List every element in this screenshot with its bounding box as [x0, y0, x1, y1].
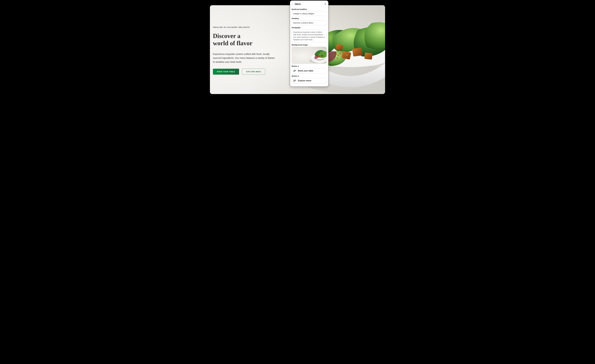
- bgimage-field-label: Background image: [292, 44, 327, 46]
- paragraph-textarea[interactable]: Experience exquisite cuisine crafted wit…: [292, 29, 327, 42]
- svg-point-20: [316, 56, 317, 57]
- button1-row[interactable]: Book your table: [292, 68, 327, 74]
- button1-field-label: Button 1: [292, 65, 327, 67]
- background-image-picker[interactable]: [292, 47, 327, 64]
- panel-title: Hero: [295, 2, 322, 6]
- explore-menu-button[interactable]: EXPLORE MENU: [242, 69, 265, 75]
- panel-header: Hero ✕: [292, 2, 327, 6]
- drag-handle-icon[interactable]: [292, 3, 293, 5]
- heading-input[interactable]: [292, 20, 327, 25]
- stage: INDULGE IN CULINARY DELIGHTS Discover a …: [208, 0, 387, 97]
- hero-heading-line1: Discover a: [213, 33, 241, 39]
- button1-value: Book your table: [298, 70, 313, 72]
- hero-content: INDULGE IN CULINARY DELIGHTS Discover a …: [213, 26, 280, 75]
- text-lines-icon: [293, 70, 296, 72]
- book-your-table-button[interactable]: BOOK YOUR TABLE: [213, 69, 239, 75]
- hero-heading: Discover a world of flavor: [213, 32, 280, 47]
- svg-point-22: [316, 57, 316, 58]
- hero-eyebrow: INDULGE IN CULINARY DELIGHTS: [213, 26, 280, 28]
- svg-point-21: [317, 57, 318, 57]
- button2-row[interactable]: Explore menu: [292, 78, 327, 83]
- paragraph-field-label: Paragraph: [292, 27, 327, 29]
- text-lines-icon: [293, 80, 296, 82]
- eyebrow-field-label: Eyebrow headline: [292, 8, 327, 10]
- close-icon[interactable]: ✕: [324, 2, 327, 6]
- heading-field-label: Heading: [292, 17, 327, 19]
- hero-paragraph: Experience exquisite cuisine crafted wit…: [213, 52, 277, 64]
- hero-heading-line2: world of flavor: [213, 40, 252, 47]
- button2-value: Explore menu: [298, 79, 311, 82]
- svg-rect-19: [321, 55, 323, 57]
- eyebrow-input[interactable]: [292, 11, 327, 16]
- hero-editor-panel: Hero ✕ Eyebrow headline Heading Paragrap…: [290, 0, 328, 87]
- button2-field-label: Button 2: [292, 75, 327, 77]
- svg-point-23: [318, 56, 319, 57]
- hero-buttons: BOOK YOUR TABLE EXPLORE MENU: [213, 69, 280, 75]
